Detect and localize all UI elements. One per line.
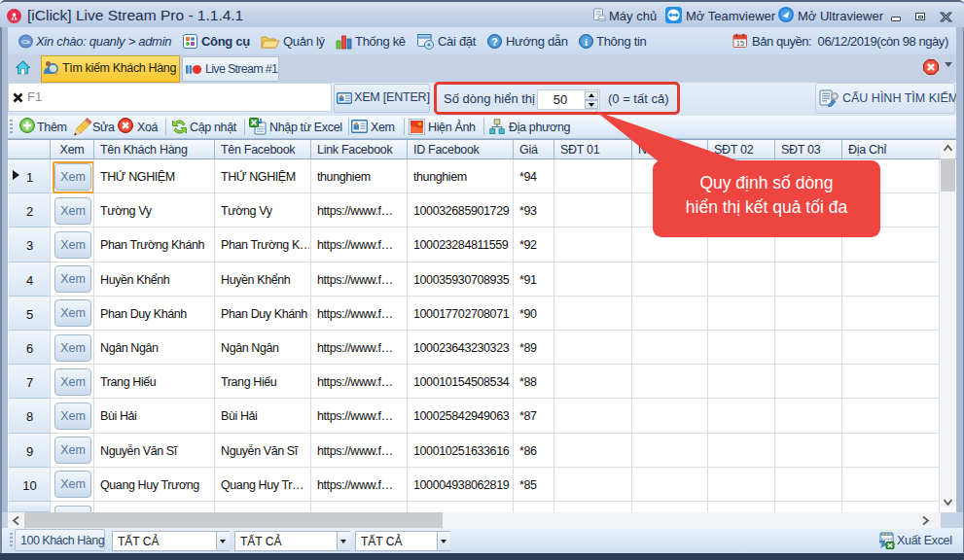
svg-text:hiển thị kết quả tối đa: hiển thị kết quả tối đa: [686, 197, 848, 217]
svg-text:i: i: [585, 37, 588, 48]
svg-text:?: ?: [491, 36, 497, 48]
svg-text:15: 15: [736, 39, 744, 48]
svg-text:Quy định số dòng: Quy định số dòng: [699, 173, 833, 192]
svg-text:iClk: iClk: [21, 39, 30, 45]
